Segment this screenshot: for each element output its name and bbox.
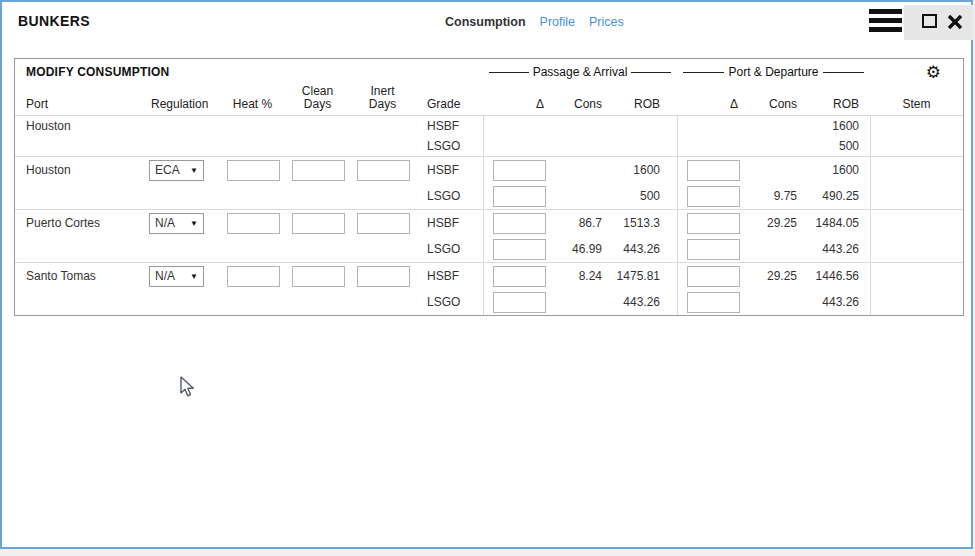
table-row: Santo Tomas N/A ▼ HSBF 8.24 1475.81 29.2… (15, 263, 963, 289)
chevron-down-icon: ▼ (190, 272, 198, 281)
stem-cell (870, 136, 963, 156)
column-header-pa-rob: ROB (607, 97, 677, 115)
pa-cons-value: 86.7 (550, 216, 607, 230)
pd-rob-value: 1600 (802, 119, 870, 133)
pd-rob-value: 443.26 (802, 295, 870, 309)
pd-rob-value: 1484.05 (802, 216, 870, 230)
pd-delta-input[interactable] (687, 186, 740, 207)
pa-delta-input[interactable] (493, 213, 546, 234)
pa-delta-input[interactable] (493, 266, 546, 287)
port-name: Puerto Cortes (15, 216, 148, 230)
clean-days-input[interactable] (292, 160, 345, 181)
port-group: Houston ECA ▼ HSBF 1600 1600 (15, 157, 963, 210)
grade-label: HSBF (415, 216, 483, 230)
inert-days-input[interactable] (357, 266, 410, 287)
divider (489, 72, 529, 73)
divider (631, 72, 671, 73)
pa-rob-value: 443.26 (607, 295, 677, 309)
column-header-pd-delta: Δ (677, 97, 744, 115)
column-header-row: Port Regulation Heat % CleanDays InertDa… (15, 85, 963, 116)
table-row: LSGO 500 (15, 136, 963, 156)
column-header-clean-days: CleanDays (285, 85, 350, 115)
column-header-pa-cons: Cons (550, 97, 607, 115)
pd-delta-input[interactable] (687, 213, 740, 234)
pa-cons-value: 46.99 (550, 242, 607, 256)
heat-input[interactable] (227, 160, 280, 181)
column-header-pd-rob: ROB (802, 97, 870, 115)
column-header-heat: Heat % (220, 98, 285, 115)
stem-cell (870, 183, 963, 209)
inert-days-input[interactable] (357, 160, 410, 181)
column-header-inert-days: InertDays (350, 85, 415, 115)
pd-delta-cell (677, 136, 744, 156)
divider (823, 72, 864, 73)
regulation-select[interactable]: ECA ▼ (149, 160, 204, 181)
clean-days-input[interactable] (292, 266, 345, 287)
clean-days-input[interactable] (292, 213, 345, 234)
pa-delta-input[interactable] (493, 160, 546, 181)
stem-cell (870, 289, 963, 315)
pd-cons-value: 9.75 (744, 189, 802, 203)
stem-cell (870, 263, 963, 289)
panel-header: MODIFY CONSUMPTION Passage & Arrival Por… (15, 59, 963, 85)
inert-days-input[interactable] (357, 213, 410, 234)
stem-cell (870, 116, 963, 136)
pa-cons-value: 8.24 (550, 269, 607, 283)
pa-rob-value: 443.26 (607, 242, 677, 256)
port-group: Puerto Cortes N/A ▼ HSBF 86.7 1513.3 29.… (15, 210, 963, 263)
pd-rob-value: 1446.56 (802, 269, 870, 283)
table-row: LSGO 443.26 443.26 (15, 289, 963, 315)
pa-rob-value: 1475.81 (607, 269, 677, 283)
column-header-grade: Grade (415, 97, 483, 115)
pd-delta-input[interactable] (687, 239, 740, 260)
menu-icon[interactable] (869, 9, 902, 32)
table-row: Puerto Cortes N/A ▼ HSBF 86.7 1513.3 29.… (15, 210, 963, 236)
grade-label: LSGO (415, 139, 483, 153)
gear-icon[interactable]: ⚙ (926, 64, 941, 81)
pa-rob-value: 1600 (607, 163, 677, 177)
pa-delta-cell (483, 116, 550, 136)
chevron-down-icon: ▼ (190, 219, 198, 228)
pa-rob-value: 500 (607, 189, 677, 203)
pd-delta-input[interactable] (687, 292, 740, 313)
pd-rob-value: 443.26 (802, 242, 870, 256)
pa-delta-cell (483, 136, 550, 156)
pd-rob-value: 500 (802, 139, 870, 153)
bunkers-window: BUNKERS Consumption Profile Prices MODIF… (0, 0, 973, 549)
pa-delta-input[interactable] (493, 239, 546, 260)
port-name: Houston (15, 119, 148, 133)
stem-cell (870, 210, 963, 236)
pd-delta-input[interactable] (687, 160, 740, 181)
port-name: Santo Tomas (15, 269, 148, 283)
page-title: BUNKERS (18, 13, 90, 29)
pd-cons-value: 29.25 (744, 269, 802, 283)
chevron-down-icon: ▼ (190, 166, 198, 175)
column-header-stem: Stem (870, 97, 963, 115)
heat-input[interactable] (227, 266, 280, 287)
menu-bar (869, 9, 902, 14)
regulation-select[interactable]: N/A ▼ (149, 213, 204, 234)
heat-input[interactable] (227, 213, 280, 234)
window-controls (904, 5, 973, 40)
grade-label: LSGO (415, 242, 483, 256)
pa-rob-value: 1513.3 (607, 216, 677, 230)
table-row: Houston ECA ▼ HSBF 1600 1600 (15, 157, 963, 183)
grade-label: HSBF (415, 163, 483, 177)
pa-delta-input[interactable] (493, 186, 546, 207)
pd-cons-value: 29.25 (744, 216, 802, 230)
tab-consumption[interactable]: Consumption (445, 15, 526, 29)
pd-delta-cell (677, 116, 744, 136)
table-row: LSGO 46.99 443.26 443.26 (15, 236, 963, 262)
group-header-passage-arrival: Passage & Arrival (483, 65, 677, 79)
group-header-port-departure: Port & Departure (677, 65, 870, 79)
tab-profile[interactable]: Profile (540, 15, 575, 29)
tab-prices[interactable]: Prices (589, 15, 624, 29)
divider (683, 72, 724, 73)
pa-delta-input[interactable] (493, 292, 546, 313)
regulation-select[interactable]: N/A ▼ (149, 266, 204, 287)
close-icon[interactable] (946, 13, 964, 31)
pd-delta-input[interactable] (687, 266, 740, 287)
menu-bar (869, 27, 902, 32)
maximize-icon[interactable] (922, 14, 937, 28)
modify-consumption-panel: MODIFY CONSUMPTION Passage & Arrival Por… (14, 58, 964, 316)
